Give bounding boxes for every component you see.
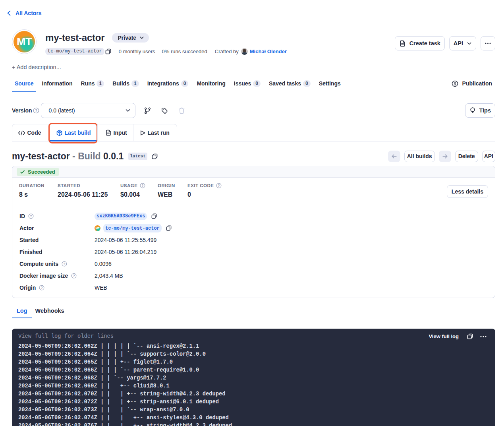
svg-text:?: ? [30,214,32,218]
svg-text:?: ? [35,108,37,112]
svg-text:?: ? [218,184,220,188]
svg-text:?: ? [73,274,75,278]
svg-text:?: ? [142,184,144,188]
svg-text:?: ? [63,262,65,266]
svg-text:?: ? [41,286,43,290]
